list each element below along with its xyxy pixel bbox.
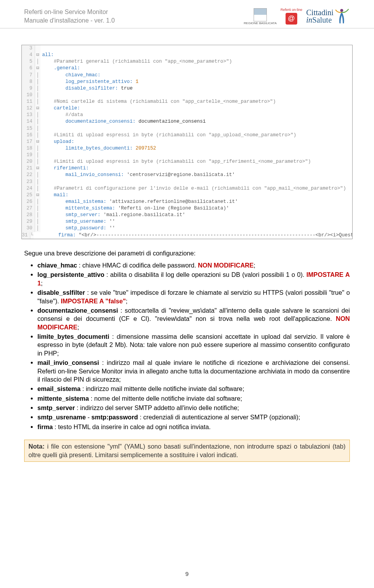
code-editor-panel: 3 4⊟all:5│ #Parametri generali (richiama… (21, 45, 353, 239)
salute-word: Salute (312, 16, 332, 24)
parameter-list: chiave_hmac : chiave HMAC di codifica de… (37, 261, 350, 431)
list-item: email_sistema : indirizzo mail mittente … (37, 385, 350, 393)
code-line: 22│ mail_invio_consensi: 'centroservizi@… (22, 172, 352, 178)
note-box: Nota: i file con estensione "yml" (YAML)… (24, 440, 350, 462)
code-line: 25⊟ mail: (22, 192, 352, 199)
code-line: 6⊟ .general: (22, 65, 352, 72)
list-item: firma : testo HTML da inserire in calce … (37, 423, 350, 431)
code-line: 10│ (22, 92, 352, 99)
code-line: 9│ disable_sslfilter: true (22, 85, 352, 92)
list-item: limite_bytes_documenti : dimensione mass… (37, 333, 350, 357)
code-line: 19│ (22, 152, 352, 158)
svg-point-0 (340, 9, 343, 12)
code-line: 18│ limite_bytes_documenti: 2097152 (22, 145, 352, 152)
code-line: 21⊟ riferimenti: (22, 165, 352, 172)
code-line: 3 (22, 45, 352, 52)
regione-logo: REGIONE BASILICATA (244, 8, 277, 25)
code-line: 24│ #Parametri di configurazione per l'i… (22, 185, 352, 192)
code-line: 11│ #Nomi cartelle di sistema (richiamab… (22, 99, 352, 105)
regione-label: REGIONE BASILICATA (244, 21, 277, 25)
code-line: 12⊟ cartelle: (22, 105, 352, 112)
page-number: 9 (0, 570, 374, 577)
list-item: mittente_sistema : nome del mittente del… (37, 394, 350, 403)
list-item: chiave_hmac : chiave HMAC di codifica de… (37, 261, 350, 269)
human-icon (335, 8, 350, 25)
code-line: 16│ #Limiti di upload espressi in byte (… (22, 132, 352, 139)
intro-paragraph: Segue una breve descrizione dei parametr… (24, 249, 350, 257)
code-line: 23│ (22, 179, 352, 185)
code-line: 7│ chiave_hmac: (22, 72, 352, 79)
code-line: 29│ smtp_username: '' (22, 218, 352, 225)
page-header: Referti on-line Service Monitor Manuale … (0, 0, 374, 28)
list-item: documentazione_consensi : sottocartella … (37, 306, 350, 331)
referti-label: Referti on-line (280, 8, 302, 12)
in-word: in (306, 16, 312, 24)
header-line2: Manuale d'installazione - ver. 1.0 (24, 16, 115, 25)
code-line: 8│ log_persistente_attivo: 1 (22, 79, 352, 85)
code-line: 15│ (22, 125, 352, 132)
code-line: 17⊟ upload: (22, 139, 352, 145)
code-line: 30│ smtp_password: '' (22, 225, 352, 232)
referti-logo: Referti on-line @ (280, 8, 302, 24)
body-content: Segue una breve descrizione dei parametr… (24, 249, 350, 431)
list-item: smtp_usrename - smtp:password : credenzi… (37, 413, 350, 421)
header-line1: Referti on-line Service Monitor (24, 8, 115, 16)
code-line: 14│ documentazione_consensi: documentazi… (22, 118, 352, 125)
code-line: 13│ #/data (22, 112, 352, 118)
code-line: 27│ mittente_sistema: 'Referti on-line (… (22, 205, 352, 212)
code-line: 5│ #Parametri generali (richiamabili con… (22, 58, 352, 65)
list-item: smtp_server : indirizzo del server SMTP … (37, 404, 350, 412)
list-item: mail_invio_consensi : indirizzo mail al … (37, 359, 350, 384)
code-line: 31└ firma: "<br/>-----------------------… (22, 232, 352, 239)
at-icon: @ (286, 13, 297, 25)
note-text: i file con estensione "yml" (YAML) sono … (28, 443, 346, 458)
code-line: 28│ smtp_server: 'mail.regione.basilicat… (22, 212, 352, 218)
cittadini-logo: Cittadini inSalute (306, 8, 350, 25)
code-line: 4⊟all: (22, 52, 352, 58)
header-logos: REGIONE BASILICATA Referti on-line @ Cit… (244, 8, 350, 25)
header-title: Referti on-line Service Monitor Manuale … (24, 8, 115, 25)
code-line: 26│ email_sistema: 'attivazione.refertio… (22, 199, 352, 205)
list-item: log_persistente_attivo : abilita o disab… (37, 271, 350, 287)
list-item: disable_sslfilter : se vale "true" imped… (37, 289, 350, 305)
code-line: 20│ #Limiti di upload espressi in byte (… (22, 158, 352, 165)
